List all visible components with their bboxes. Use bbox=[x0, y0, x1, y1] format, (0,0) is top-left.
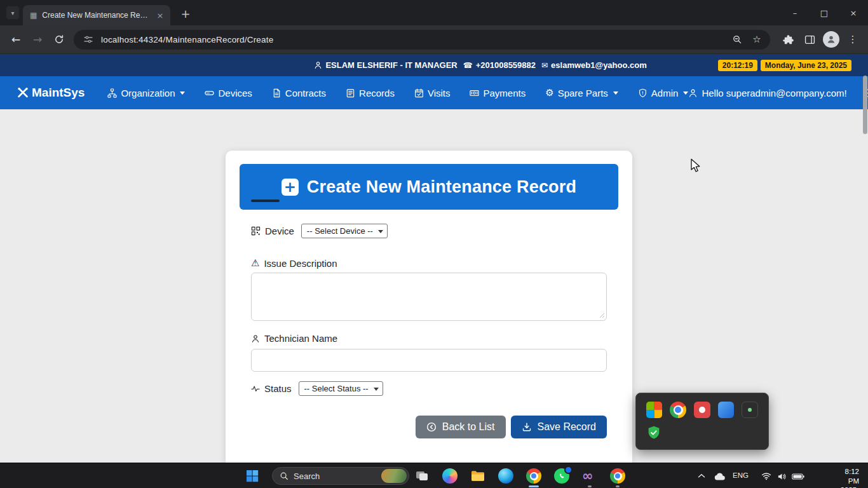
battery-button[interactable] bbox=[792, 473, 804, 480]
date-badge: Monday, June 23, 2025 bbox=[761, 60, 851, 71]
search-highlight-image[interactable] bbox=[381, 469, 407, 483]
tray-app-icon-3[interactable] bbox=[694, 402, 710, 418]
caret-down-icon bbox=[180, 92, 185, 95]
volume-button[interactable] bbox=[777, 473, 787, 480]
forward-button[interactable]: → bbox=[27, 29, 48, 50]
window-maximize-button[interactable]: □ bbox=[810, 0, 839, 25]
tray-app-icon-5[interactable] bbox=[742, 402, 758, 418]
tab-favicon-icon: ▦ bbox=[30, 11, 37, 20]
nav-item-records[interactable]: Records bbox=[346, 88, 395, 98]
browser-tab[interactable]: ▦ Create New Maintenance Record × bbox=[23, 5, 170, 25]
chrome-button[interactable] bbox=[526, 468, 541, 484]
notification-badge bbox=[564, 466, 573, 474]
language-indicator[interactable]: ENG bbox=[733, 471, 749, 479]
screen: ▾ ▦ Create New Maintenance Record × + – … bbox=[0, 0, 868, 488]
search-placeholder: Search bbox=[294, 471, 376, 481]
tray-app-icon-4[interactable] bbox=[718, 402, 734, 418]
person-icon bbox=[314, 61, 322, 69]
select-caret-icon bbox=[374, 388, 379, 391]
page-scrollbar-thumb[interactable] bbox=[863, 76, 867, 134]
status-label: Status bbox=[264, 383, 292, 394]
maintenance-form-card: + Create New Maintenance Record Device -… bbox=[226, 151, 632, 463]
open-app-indicator bbox=[616, 485, 620, 487]
tray-app-icon-1[interactable] bbox=[646, 402, 662, 418]
task-view-button[interactable] bbox=[414, 468, 430, 484]
new-tab-button[interactable]: + bbox=[178, 6, 193, 21]
circle-arrow-left-icon bbox=[426, 422, 437, 432]
plus-square-icon: + bbox=[281, 179, 299, 196]
profile-button[interactable] bbox=[821, 29, 841, 50]
activity-pulse-icon bbox=[251, 384, 260, 393]
device-select[interactable]: -- Select Device -- bbox=[301, 224, 388, 238]
user-email[interactable]: eslamweb1@yahoo.com bbox=[551, 60, 647, 70]
tray-chevron-button[interactable] bbox=[698, 473, 705, 478]
window-minimize-button[interactable]: – bbox=[780, 0, 810, 25]
sitemap-icon bbox=[107, 88, 117, 98]
address-bar[interactable]: localhost:44324/MaintenanceRecord/Create… bbox=[74, 30, 770, 50]
extensions-button[interactable] bbox=[778, 29, 798, 50]
chrome-icon bbox=[670, 402, 686, 418]
site-info-button[interactable] bbox=[81, 32, 95, 46]
nav-item-organization[interactable]: Organization bbox=[107, 88, 185, 98]
taskbar-search-box[interactable]: Search bbox=[272, 467, 409, 485]
url-text[interactable]: localhost:44324/MaintenanceRecord/Create bbox=[101, 35, 724, 44]
info-bar: ESLAM ELSHERIF - IT MANAGER ☎ +201008559… bbox=[0, 54, 868, 76]
start-button[interactable] bbox=[245, 468, 260, 484]
back-button[interactable]: ← bbox=[5, 29, 27, 50]
wifi-icon bbox=[761, 472, 771, 480]
active-app-indicator bbox=[529, 485, 539, 487]
copilot-button[interactable] bbox=[442, 468, 458, 484]
tray-app-icon-2[interactable] bbox=[670, 402, 686, 418]
edge-icon bbox=[498, 468, 513, 484]
tab-title: Create New Maintenance Record bbox=[42, 11, 150, 20]
tray-popup-row-2 bbox=[646, 425, 758, 442]
technician-label: Technician Name bbox=[264, 333, 337, 344]
onedrive-button[interactable] bbox=[714, 472, 726, 480]
nav-item-spare-parts[interactable]: ⚙ Spare Parts bbox=[545, 87, 618, 98]
device-icon bbox=[205, 88, 214, 98]
nav-item-visits[interactable]: Visits bbox=[414, 88, 451, 98]
qr-device-icon bbox=[251, 226, 261, 236]
brand-name: MaintSys bbox=[32, 86, 85, 100]
technician-name-input[interactable] bbox=[251, 349, 607, 372]
wifi-button[interactable] bbox=[761, 472, 771, 480]
zoom-button[interactable] bbox=[730, 32, 744, 46]
resize-grip-icon[interactable] bbox=[599, 313, 605, 318]
nav-item-contracts[interactable]: Contracts bbox=[272, 88, 326, 98]
user-phone[interactable]: +201008559882 bbox=[476, 60, 536, 70]
visual-studio-button[interactable]: ∞ bbox=[582, 468, 597, 484]
status-select[interactable]: -- Select Status -- bbox=[299, 381, 383, 396]
back-to-list-button[interactable]: Back to List bbox=[416, 416, 506, 438]
whatsapp-button[interactable] bbox=[554, 468, 569, 484]
side-panel-icon bbox=[804, 34, 815, 45]
bookmark-star-icon[interactable]: ☆ bbox=[750, 32, 764, 46]
file-explorer-button[interactable] bbox=[470, 468, 485, 484]
time-badge: 20:12:19 bbox=[718, 60, 757, 71]
windows-logo-icon bbox=[245, 468, 260, 484]
mail-icon: ✉ bbox=[541, 61, 548, 70]
nav-item-admin[interactable]: Admin bbox=[638, 88, 689, 98]
search-icon bbox=[280, 471, 288, 480]
edge-button[interactable] bbox=[498, 468, 513, 484]
card-header: + Create New Maintenance Record bbox=[240, 164, 618, 210]
warning-icon: ⚠ bbox=[251, 257, 259, 269]
caret-down-icon bbox=[683, 92, 688, 95]
brand-link[interactable]: MaintSys bbox=[17, 86, 85, 100]
user-greeting-link[interactable]: Hello superadmin@company.com! bbox=[688, 88, 846, 98]
tab-close-icon[interactable]: × bbox=[155, 10, 165, 20]
chevron-up-icon bbox=[698, 473, 705, 478]
issue-description-textarea[interactable] bbox=[251, 273, 607, 321]
nav-item-payments[interactable]: Payments bbox=[470, 88, 526, 98]
side-panel-button[interactable] bbox=[799, 29, 820, 50]
tab-search-button[interactable]: ▾ bbox=[6, 6, 19, 19]
browser-menu-button[interactable]: ⋮ bbox=[843, 29, 863, 50]
window-close-button[interactable]: × bbox=[839, 0, 868, 25]
tray-security-shield-icon[interactable] bbox=[646, 425, 663, 442]
windows-taskbar: Search ∞ bbox=[0, 463, 868, 488]
cloud-icon bbox=[714, 472, 726, 480]
save-record-button[interactable]: Save Record bbox=[511, 416, 607, 438]
nav-item-devices[interactable]: Devices bbox=[205, 88, 252, 98]
chrome-secondary-button[interactable] bbox=[610, 468, 625, 484]
taskbar-clock[interactable]: 8:12 PM 2025-06-23 bbox=[841, 467, 859, 488]
reload-button[interactable] bbox=[48, 29, 70, 50]
